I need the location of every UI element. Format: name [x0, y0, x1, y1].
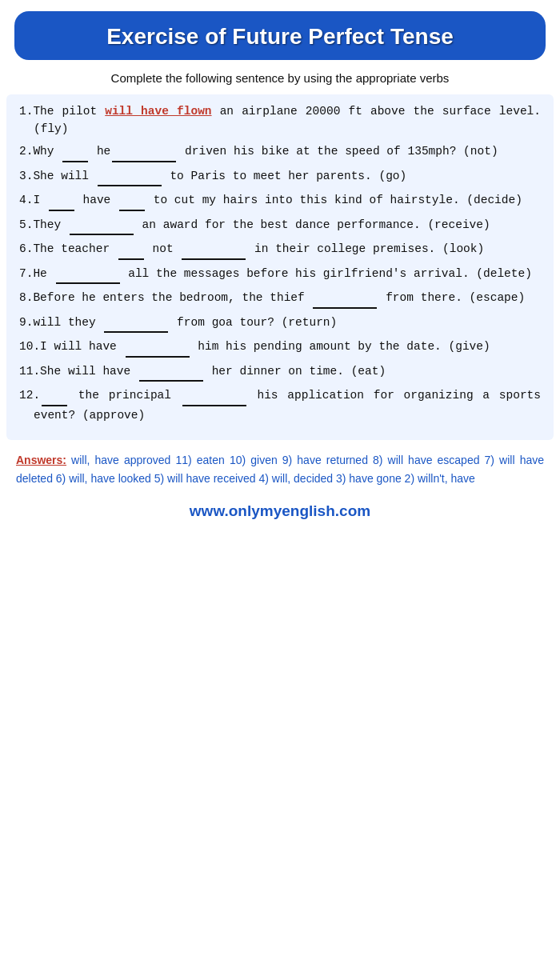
question-5: 5.They an award for the best dance perfo… — [19, 216, 541, 235]
question-2: 2.Why he driven his bike at the speed of… — [19, 142, 541, 162]
example-answer: will have flown — [105, 105, 211, 118]
question-9: 9.will they from goa tour? (return) — [19, 314, 541, 333]
header-banner: Exercise of Future Perfect Tense — [14, 11, 546, 60]
subtitle: Complete the following sentence by using… — [14, 70, 546, 88]
content-area: 1.The pilot will have flown an airplane … — [6, 94, 554, 441]
question-11: 11.She will have her dinner on time. (ea… — [19, 362, 541, 382]
question-12: 12. the principal his application for or… — [19, 386, 541, 424]
question-8: 8.Before he enters the bedroom, the thie… — [19, 289, 541, 308]
question-3: 3.She will to Paris to meet her parents.… — [19, 167, 541, 186]
question-1: 1.The pilot will have flown an airplane … — [19, 102, 541, 138]
question-10: 10.I will have him his pending amount by… — [19, 338, 541, 357]
answers-text: will, have approved 11) eaten 10) given … — [16, 454, 544, 485]
footer: www.onlymyenglish.com — [0, 502, 560, 528]
answers-label: Answers: — [16, 454, 66, 466]
question-4: 4.I have to cut my hairs into this kind … — [19, 191, 541, 210]
page-title: Exercise of Future Perfect Tense — [30, 22, 530, 50]
question-7: 7.He all the messages before his girlfri… — [19, 265, 541, 284]
question-6: 6.The teacher not in their college premi… — [19, 240, 541, 259]
answers-section: Answers: will, have approved 11) eaten 1… — [6, 446, 554, 496]
footer-url: www.onlymyenglish.com — [190, 502, 370, 519]
